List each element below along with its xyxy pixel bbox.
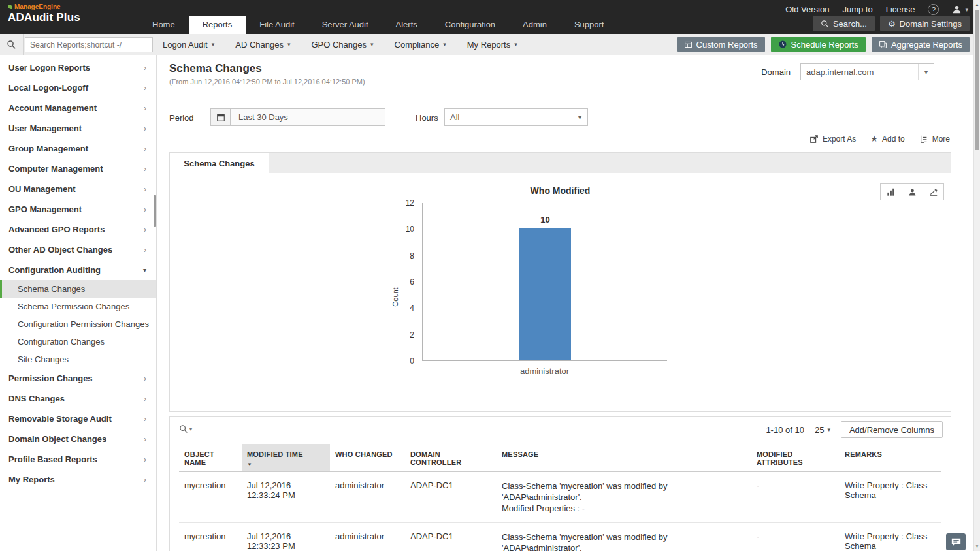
nav-tab-server-audit[interactable]: Server Audit <box>308 16 382 34</box>
page-size-select[interactable]: 25 ▾ <box>815 425 830 435</box>
sidebar-item-group-management[interactable]: Group Management› <box>0 138 156 159</box>
column-header-modified-attributes[interactable]: MODIFIED ATTRIBUTES <box>751 444 840 472</box>
table-row[interactable]: mycreationJul 12,2016 12:33:23 PMadminis… <box>179 523 941 551</box>
export-chart-button[interactable] <box>923 184 943 200</box>
trend-export-icon <box>929 187 938 197</box>
scroll-up-icon[interactable]: ▲ <box>974 1 980 8</box>
menu-compliance[interactable]: Compliance▾ <box>395 40 446 50</box>
sidebar-item-advanced-gpo-reports[interactable]: Advanced GPO Reports› <box>0 219 156 240</box>
chart-type-button[interactable] <box>881 184 902 200</box>
sidebar-item-user-management[interactable]: User Management› <box>0 118 156 138</box>
column-header-message[interactable]: MESSAGE <box>497 444 751 472</box>
sidebar-item-permission-changes[interactable]: Permission Changes› <box>0 368 156 388</box>
reports-search-icon[interactable] <box>0 34 24 55</box>
column-header-remarks[interactable]: REMARKS <box>840 444 941 472</box>
sidebar-subitem-schema-permission-changes[interactable]: Schema Permission Changes <box>0 298 156 315</box>
more-link[interactable]: More <box>919 134 950 144</box>
sidebar-item-ou-management[interactable]: OU Management› <box>0 179 156 199</box>
sidebar-item-configuration-auditing[interactable]: Configuration Auditing▾ <box>0 260 156 280</box>
nav-tab-file-audit[interactable]: File Audit <box>246 16 308 34</box>
sidebar-subitem-configuration-permission-changes[interactable]: Configuration Permission Changes <box>0 315 156 333</box>
sidebar-item-other-ad-object-changes[interactable]: Other AD Object Changes› <box>0 240 156 260</box>
sidebar-item-label: Domain Object Changes <box>8 434 106 444</box>
nav-tab-admin[interactable]: Admin <box>509 16 561 34</box>
top-link-license[interactable]: License <box>886 5 915 14</box>
scrollbar-thumb[interactable] <box>975 10 979 150</box>
search-button-label: Search... <box>833 19 867 29</box>
layers-icon <box>879 40 887 49</box>
app-title: ADAudit Plus <box>8 11 80 24</box>
hours-select[interactable]: All ▾ <box>444 108 588 126</box>
sidebar-item-removable-storage-audit[interactable]: Removable Storage Audit› <box>0 409 156 429</box>
nav-tab-reports[interactable]: Reports <box>189 16 246 34</box>
menu-gpo-changes[interactable]: GPO Changes▾ <box>311 40 373 50</box>
chevron-down-icon: ▾ <box>370 41 374 48</box>
add-to-link[interactable]: ★ Add to <box>870 134 904 144</box>
sidebar-scrollbar-thumb[interactable] <box>154 195 156 227</box>
user-summary-button[interactable] <box>902 184 923 200</box>
sidebar-item-dns-changes[interactable]: DNS Changes› <box>0 388 156 409</box>
add-remove-columns-button[interactable]: Add/Remove Columns <box>841 421 943 438</box>
cell-remarks: Write Property : Class Schema <box>840 472 941 523</box>
top-header: ManageEngine ADAudit Plus Old VersionJum… <box>0 0 980 34</box>
period-input[interactable] <box>230 108 385 126</box>
nav-tab-configuration[interactable]: Configuration <box>431 16 509 34</box>
sidebar-subitem-schema-changes[interactable]: Schema Changes <box>0 280 156 298</box>
sidebar-item-gpo-management[interactable]: GPO Management› <box>0 199 156 219</box>
chevron-down-icon: ▾ <box>827 426 830 433</box>
sidebar-subitem-site-changes[interactable]: Site Changes <box>0 351 156 368</box>
domain-settings-button[interactable]: ⚙ Domain Settings <box>880 16 970 31</box>
search-button[interactable]: Search... <box>813 16 875 31</box>
table-search-button[interactable]: ▾ <box>179 424 192 433</box>
top-link-jump-to[interactable]: Jump to <box>842 5 872 14</box>
bar[interactable] <box>519 228 571 360</box>
user-menu[interactable]: ▾ <box>952 5 968 14</box>
column-header-object-name[interactable]: OBJECT NAME <box>179 444 242 472</box>
sidebar-item-account-management[interactable]: Account Management› <box>0 98 156 118</box>
chevron-right-icon: › <box>144 245 146 255</box>
domain-select[interactable]: adap.internal.com ▾ <box>800 63 934 80</box>
sidebar-subitem-configuration-changes[interactable]: Configuration Changes <box>0 333 156 351</box>
sidebar-item-user-logon-reports[interactable]: User Logon Reports› <box>0 57 156 78</box>
nav-tab-support[interactable]: Support <box>561 16 618 34</box>
table-row[interactable]: mycreationJul 12,2016 12:33:24 PMadminis… <box>179 472 941 523</box>
report-search-input[interactable] <box>25 37 153 52</box>
top-utility-links: Old VersionJump toLicense ? ▾ <box>785 4 968 15</box>
top-link-old-version[interactable]: Old Version <box>785 5 829 14</box>
nav-tab-home[interactable]: Home <box>139 16 189 34</box>
aggregate-reports-button[interactable]: Aggregate Reports <box>872 37 970 52</box>
sidebar-item-label: Removable Storage Audit <box>8 414 112 424</box>
chat-support-button[interactable] <box>946 533 966 550</box>
menu-ad-changes[interactable]: AD Changes▾ <box>235 40 290 50</box>
chevron-right-icon: › <box>144 104 146 113</box>
cell-who-changed: administrator <box>330 523 405 551</box>
column-header-domain-controller[interactable]: DOMAIN CONTROLLER <box>405 444 497 472</box>
export-as-link[interactable]: Export As <box>809 134 856 144</box>
tab-schema-changes[interactable]: Schema Changes <box>169 152 269 174</box>
page-scrollbar[interactable]: ▲ ▼ <box>973 0 980 551</box>
sort-desc-icon: ▼ <box>247 462 325 467</box>
column-header-modified-time[interactable]: MODIFIED TIME▼ <box>242 444 330 472</box>
calendar-button[interactable] <box>210 108 231 126</box>
cell-modified-attributes: - <box>751 472 840 523</box>
table-controls: 1-10 of 10 25 ▾ Add/Remove Columns <box>766 421 943 438</box>
sidebar-item-computer-management[interactable]: Computer Management› <box>0 159 156 179</box>
column-header-who-changed[interactable]: WHO CHANGED <box>330 444 405 472</box>
sidebar-item-my-reports[interactable]: My Reports› <box>0 469 156 490</box>
schedule-reports-button[interactable]: Schedule Reports <box>771 37 866 52</box>
scroll-down-icon[interactable]: ▼ <box>974 543 980 550</box>
chevron-right-icon: › <box>144 144 146 153</box>
app-logo[interactable]: ManageEngine ADAudit Plus <box>8 3 80 24</box>
results-table: OBJECT NAMEMODIFIED TIME▼WHO CHANGEDDOMA… <box>179 444 941 551</box>
sidebar-item-local-logon-logoff[interactable]: Local Logon-Logoff› <box>0 78 156 98</box>
menu-logon-audit[interactable]: Logon Audit▾ <box>163 40 214 50</box>
chevron-right-icon: › <box>144 394 146 403</box>
sidebar-item-domain-object-changes[interactable]: Domain Object Changes› <box>0 429 156 449</box>
nav-tab-alerts[interactable]: Alerts <box>382 16 431 34</box>
custom-reports-button[interactable]: Custom Reports <box>677 37 765 52</box>
cell-domain-controller: ADAP-DC1 <box>405 472 497 523</box>
menu-my-reports[interactable]: My Reports▾ <box>467 40 517 50</box>
sidebar-item-profile-based-reports[interactable]: Profile Based Reports› <box>0 449 156 469</box>
help-icon[interactable]: ? <box>928 4 939 15</box>
domain-label: Domain <box>761 67 791 77</box>
